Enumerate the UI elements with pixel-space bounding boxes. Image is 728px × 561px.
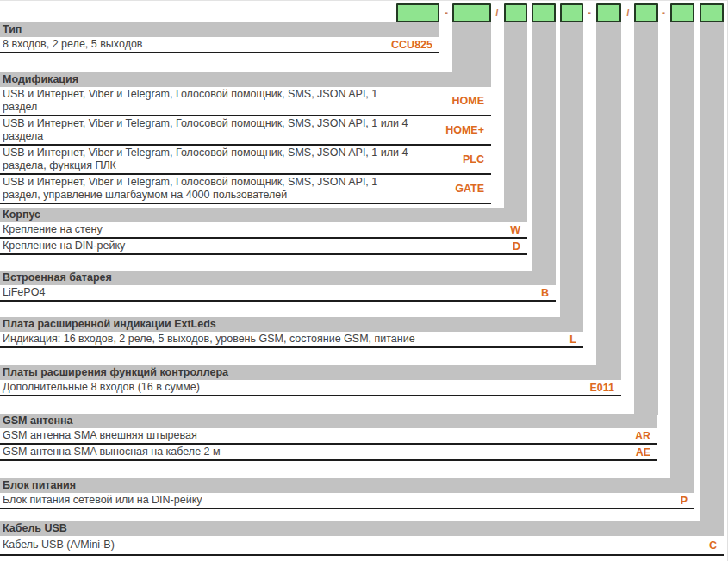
option-text: Кабель USB (A/Mini-B) [0,537,724,552]
code-slot-extleds [560,3,583,22]
option-code: PLC [463,153,484,165]
option-text: LiFePO4 [0,286,556,299]
code-separator-slash: / [622,5,634,21]
option-code: B [541,287,549,299]
connector-column-battery [532,22,556,272]
option-row: GSM антенна SMA выносная на кабеле 2 м A… [0,445,657,461]
option-text: Индикация: 16 входов, 2 реле, 5 выходов,… [0,333,583,346]
option-text: GSM антенна SMA выносная на кабеле 2 м [0,446,657,458]
code-slot-antenna [634,3,658,22]
option-row: USB и Интернет, Viber и Telegram, Голосо… [0,116,491,146]
option-code: GATE [455,183,484,195]
section-power-supply: Блок питания Блок питания сетевой или на… [0,478,694,509]
option-code: C [709,539,717,552]
option-text: Блок питания сетевой или на DIN-рейку [0,494,694,507]
option-row: Индикация: 16 входов, 2 реле, 5 выходов,… [0,332,583,348]
option-row: Дополнительные 8 входов (16 в сумме) E01… [0,380,621,396]
option-text: USB и Интернет, Viber и Telegram, Голосо… [0,117,491,143]
code-slot-battery [532,3,556,22]
option-code: HOME [452,95,485,107]
option-row: LiFePO4 B [0,285,556,302]
section-extleds: Плата расширенной индикации ExtLeds Инди… [0,317,583,348]
ordering-code-diagram: - / - / - Тип 8 входов, 2 реле, 5 выходо… [0,0,728,561]
code-separator-dash: - [657,5,669,21]
section-header: Кабель USB [0,521,724,536]
section-type: Тип 8 входов, 2 реле, 5 выходов CCU825 [0,22,439,53]
option-row: USB и Интернет, Viber и Telegram, Голосо… [0,146,491,175]
option-row: USB и Интернет, Viber и Telegram, Голосо… [0,87,491,116]
section-header: GSM антенна [0,414,657,428]
connector-column-power [670,22,694,480]
option-text: Крепление на DIN-рейку [0,240,527,252]
connector-column-modification [452,22,491,74]
code-slot-power [670,3,694,22]
option-code: CCU825 [391,39,432,51]
section-header: Встроенная батарея [0,271,556,285]
option-code: AE [636,446,650,458]
section-header: Тип [0,22,439,37]
code-slot-type [396,3,439,22]
code-separator-slash: / [491,5,503,21]
code-slot-usb-cable [700,3,724,22]
section-gsm-antenna: GSM антенна GSM антенна SMA внешняя штыр… [0,414,657,461]
option-code: W [510,224,520,236]
option-code: L [569,333,576,346]
option-text: 8 входов, 2 реле, 5 выходов [0,38,439,51]
option-code: HOME+ [445,124,484,136]
option-text: USB и Интернет, Viber и Telegram, Голосо… [0,88,491,114]
option-row: Блок питания сетевой или на DIN-рейку P [0,493,694,509]
option-code: E011 [589,382,614,394]
connector-column-expansion [596,22,621,367]
section-header: Корпус [0,208,527,222]
connector-column-usb-cable [700,22,724,523]
option-text: Дополнительные 8 входов (16 в сумме) [0,381,621,394]
connector-column-extleds [560,22,583,319]
section-usb-cable: Кабель USB Кабель USB (A/Mini-B) C [0,521,724,556]
section-battery: Встроенная батарея LiFePO4 B [0,271,556,302]
connector-column-case [504,22,527,209]
section-modification: Модификация USB и Интернет, Viber и Tele… [0,72,491,204]
code-slot-expansion [596,3,621,22]
connector-column-antenna [634,22,658,415]
option-text: Крепление на стену [0,223,527,236]
option-row: USB и Интернет, Viber и Telegram, Голосо… [0,175,491,204]
option-row: 8 входов, 2 реле, 5 выходов CCU825 [0,37,439,53]
code-slot-case [504,3,527,22]
option-text: USB и Интернет, Viber и Telegram, Голосо… [0,146,491,172]
option-code: P [681,495,688,507]
code-slot-modification [452,3,491,22]
section-expansion-boards: Платы расширения функций контроллера Доп… [0,365,621,396]
section-header: Блок питания [0,478,694,493]
option-code: AR [635,430,650,442]
option-text: GSM антенна SMA внешняя штыревая [0,429,657,442]
option-row: Крепление на DIN-рейку D [0,239,527,255]
section-case: Корпус Крепление на стену W Крепление на… [0,208,527,255]
section-header: Плата расширенной индикации ExtLeds [0,317,583,332]
section-header: Модификация [0,72,491,87]
option-text: USB и Интернет, Viber и Telegram, Голосо… [0,176,491,202]
option-code: D [513,240,520,252]
option-row: Крепление на стену W [0,222,527,239]
code-separator-dash: - [440,5,452,21]
option-row: GSM антенна SMA внешняя штыревая AR [0,428,657,445]
option-row: Кабель USB (A/Mini-B) C [0,536,724,556]
section-header: Платы расширения функций контроллера [0,365,621,380]
code-separator-dash: - [583,5,595,21]
